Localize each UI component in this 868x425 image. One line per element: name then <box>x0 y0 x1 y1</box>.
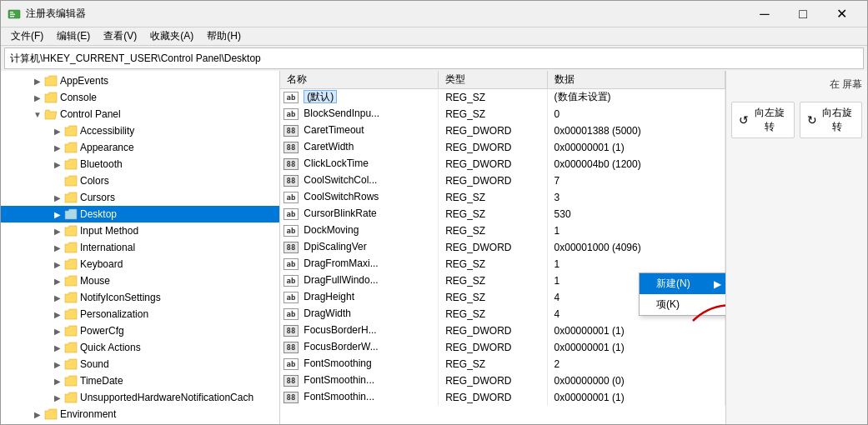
table-row[interactable]: ab CursorBlinkRate REG_SZ 530 <box>280 206 725 222</box>
reg-data: 0x00000001 (1) <box>547 389 725 406</box>
tree-item-notifyiconsettings[interactable]: ▶ NotifyIconSettings <box>1 289 279 306</box>
toggle-icon: ▶ <box>51 343 64 352</box>
ctx-item-k-label: 项(K) <box>656 298 680 310</box>
tree-item-desktop[interactable]: ▶ Desktop <box>1 206 279 222</box>
tree-item-bluetooth[interactable]: ▶ Bluetooth <box>1 156 279 172</box>
rotate-right-icon: ↻ <box>807 113 817 127</box>
reg-name: ab DragHeight <box>280 289 439 306</box>
table-row[interactable]: ab DockMoving REG_SZ 1 <box>280 222 725 239</box>
tree-item-sound[interactable]: ▶ Sound <box>1 356 279 372</box>
table-row[interactable]: ab (默认) REG_SZ (数值未设置) <box>280 89 725 106</box>
tree-item-console[interactable]: ▶ Console <box>1 89 279 106</box>
tree-item-cursors[interactable]: ▶ Cursors <box>1 189 279 206</box>
reg-name: ab DragFromMaxi... <box>280 256 439 272</box>
reg-type: REG_DWORD <box>439 322 547 339</box>
close-button[interactable]: ✕ <box>822 1 860 28</box>
toggle-icon: ▶ <box>51 210 64 219</box>
tree-item-mouse[interactable]: ▶ Mouse <box>1 272 279 289</box>
reg-name: ab CursorBlinkRate <box>280 206 439 222</box>
col-data: 数据 <box>547 71 725 89</box>
reg-name: ab FontSmoothing <box>280 356 439 372</box>
tree-item-inputmethod[interactable]: ▶ Input Method <box>1 222 279 239</box>
svg-rect-1 <box>10 12 13 13</box>
tree-item-appevents[interactable]: ▶ AppEvents <box>1 72 279 89</box>
table-row[interactable]: ab FontSmoothing REG_SZ 2 <box>280 356 725 372</box>
table-row[interactable]: ab CoolSwitchRows REG_SZ 3 <box>280 189 725 206</box>
tree-item-keyboard[interactable]: ▶ Keyboard <box>1 256 279 272</box>
tree-label: UnsupportedHardwareNotificationCach <box>80 392 253 403</box>
tree-item-colors[interactable]: ▶ Colors <box>1 172 279 189</box>
reg-data: 530 <box>547 206 725 222</box>
toggle-icon: ▶ <box>51 143 64 152</box>
tree-item-powercfg[interactable]: ▶ PowerCfg <box>1 322 279 339</box>
table-row[interactable]: 88 FontSmoothin... REG_DWORD 0x00000000 … <box>280 372 725 389</box>
table-row[interactable]: 88 CaretWidth REG_DWORD 0x00000001 (1) <box>280 139 725 156</box>
folder-icon <box>64 275 78 287</box>
rotate-left-button[interactable]: ↺ 向左旋转 <box>731 102 795 138</box>
reg-type: REG_DWORD <box>439 139 547 156</box>
tree-label: Appearance <box>80 142 134 153</box>
table-row[interactable]: 88 ClickLockTime REG_DWORD 0x000004b0 (1… <box>280 156 725 172</box>
reg-data: 3 <box>547 189 725 206</box>
tree-item-environment[interactable]: ▶ Environment <box>1 406 279 422</box>
tree-item-accessibility[interactable]: ▶ Accessibility <box>1 122 279 139</box>
table-row[interactable]: 88 CoolSwitchCol... REG_DWORD 7 <box>280 172 725 189</box>
reg-type: REG_DWORD <box>439 239 547 256</box>
folder-icon <box>64 158 78 170</box>
reg-name: ab DragWidth <box>280 306 439 322</box>
tree-panel: ▶ AppEvents ▶ Console ▼ Control Panel <box>1 71 280 424</box>
toggle-icon: ▶ <box>51 260 64 269</box>
table-row[interactable]: 88 FocusBorderW... REG_DWORD 0x00000001 … <box>280 339 725 356</box>
context-menu: 新建(N) ▶ 项(K) <box>639 272 725 316</box>
tree-label: International <box>80 242 135 253</box>
folder-icon <box>64 375 78 387</box>
menu-view[interactable]: 查看(V) <box>97 28 143 45</box>
reg-name: 88 FocusBorderH... <box>280 322 439 339</box>
ctx-new[interactable]: 新建(N) ▶ <box>640 273 725 294</box>
menu-file[interactable]: 文件(F) <box>4 28 50 45</box>
reg-name: 88 FontSmoothin... <box>280 389 439 406</box>
tree-label: Colors <box>80 175 109 187</box>
folder-icon <box>44 75 58 87</box>
minimize-button[interactable]: ─ <box>745 1 784 28</box>
folder-icon <box>64 342 78 353</box>
folder-icon <box>64 325 78 337</box>
tree-item-personalization[interactable]: ▶ Personalization <box>1 306 279 322</box>
reg-name: 88 ClickLockTime <box>280 156 439 172</box>
folder-icon <box>64 125 78 137</box>
folder-icon <box>64 242 78 253</box>
tree-item-appearance[interactable]: ▶ Appearance <box>1 139 279 156</box>
tree-item-international[interactable]: ▶ International <box>1 239 279 256</box>
tree-item-controlpanel[interactable]: ▼ Control Panel <box>1 106 279 122</box>
menu-favorites[interactable]: 收藏夹(A) <box>143 28 200 45</box>
reg-type: REG_SZ <box>439 106 547 122</box>
reg-type: REG_DWORD <box>439 339 547 356</box>
reg-data: 1 <box>547 222 725 239</box>
toggle-icon: ▶ <box>51 277 64 286</box>
menu-bar: 文件(F) 编辑(E) 查看(V) 收藏夹(A) 帮助(H) <box>1 28 867 46</box>
table-row[interactable]: ab DragFromMaxi... REG_SZ 1 <box>280 256 725 272</box>
table-row[interactable]: ab BlockSendInpu... REG_SZ 0 <box>280 106 725 122</box>
tree-item-quickactions[interactable]: ▶ Quick Actions <box>1 339 279 356</box>
menu-help[interactable]: 帮助(H) <box>200 28 248 45</box>
registry-table: 名称 类型 数据 ab (默认) REG_SZ <box>280 71 725 406</box>
reg-data: 1 <box>547 256 725 272</box>
registry-scroll[interactable]: 名称 类型 数据 ab (默认) REG_SZ <box>280 71 725 424</box>
reg-data: 0x00001388 (5000) <box>547 122 725 139</box>
maximize-button[interactable]: □ <box>784 1 822 28</box>
table-row[interactable]: 88 DpiScalingVer REG_DWORD 0x00001000 (4… <box>280 239 725 256</box>
toggle-icon: ▶ <box>51 310 64 319</box>
menu-edit[interactable]: 编辑(E) <box>50 28 97 45</box>
photo-panel-text: 在 屏幕 <box>731 78 862 92</box>
toggle-icon: ▶ <box>31 93 44 102</box>
tree-item-unsupported[interactable]: ▶ UnsupportedHardwareNotificationCach <box>1 389 279 406</box>
submenu-arrow-icon: ▶ <box>714 278 721 290</box>
rotate-right-button[interactable]: ↻ 向右旋转 <box>800 102 863 138</box>
reg-name: 88 CaretWidth <box>280 139 439 156</box>
ctx-item-k[interactable]: 项(K) <box>640 294 725 315</box>
table-row[interactable]: 88 FontSmoothin... REG_DWORD 0x00000001 … <box>280 389 725 406</box>
table-row[interactable]: 88 FocusBorderH... REG_DWORD 0x00000001 … <box>280 322 725 339</box>
tree-label: Quick Actions <box>80 342 141 353</box>
table-row[interactable]: 88 CaretTimeout REG_DWORD 0x00001388 (50… <box>280 122 725 139</box>
tree-item-timedate[interactable]: ▶ TimeDate <box>1 372 279 389</box>
